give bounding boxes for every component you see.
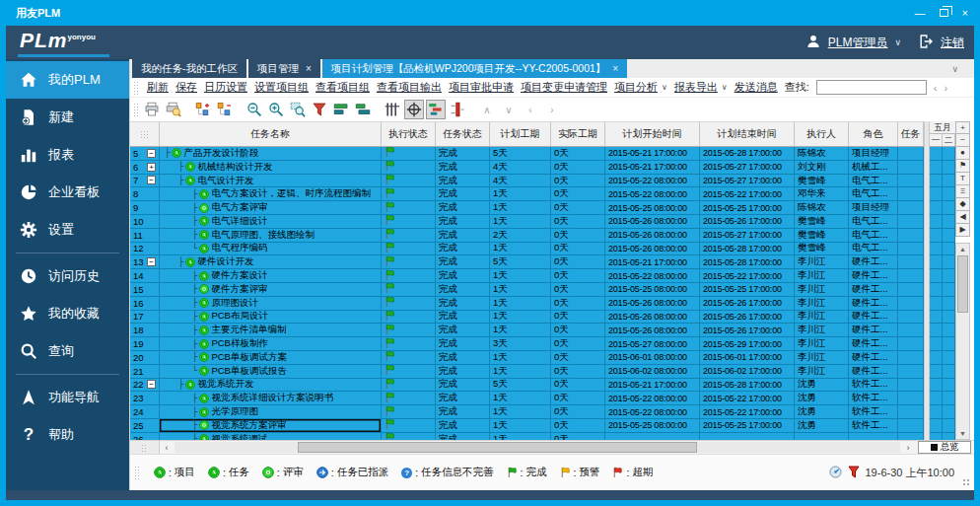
indent-add-button[interactable] [193,100,213,119]
menu-item[interactable]: 项目分析 [614,80,658,95]
user-chevron-icon[interactable]: ∨ [894,37,901,47]
task-name-cell[interactable]: ├PCB布局设计 [160,311,382,324]
gantt-view-button[interactable] [426,100,446,119]
crosshair-button[interactable] [404,100,424,119]
table-row[interactable]: 14├硬件方案设计完成1天0天2015-05-22 08:00:002015-0… [130,269,924,283]
columns-button[interactable] [383,100,402,119]
table-row[interactable]: 10├电气详细设计完成1天0天2015-05-26 08:00:002015-0… [130,215,924,229]
task-name-cell[interactable]: ├电气方案设计，逻辑、时序流程图编制 [160,187,382,200]
right-button[interactable]: › [542,100,562,119]
task-name-cell[interactable]: ├视觉系统详细设计方案说明书 [160,392,382,404]
logout-link[interactable]: 注销 [941,35,964,51]
gantt-tool-button-7[interactable]: ◆ [955,198,970,211]
column-header-actual[interactable]: 实际工期 [551,121,605,147]
user-menu[interactable]: PLM管理员 [828,35,888,51]
up-button[interactable]: ∧ [477,100,497,119]
column-header-person[interactable]: 执行人 [795,121,849,147]
sidebar-item-dashboard[interactable]: 企业看板 [6,174,129,211]
bar-split-button[interactable] [331,100,351,119]
toolbar-grip[interactable] [133,103,138,116]
sidebar-item-my-plm[interactable]: 我的PLM [6,61,129,99]
task-name-cell[interactable]: ├硬件设计开发 [160,255,382,268]
menu-item[interactable]: 保存 [175,80,197,95]
table-row[interactable]: 19├PCB样板制作完成3天0天2015-05-27 08:00:002015-… [130,337,924,351]
find-input[interactable] [816,80,927,95]
table-row[interactable]: 7−├电气设计开发完成4天0天2015-05-22 08:00:002015-0… [130,175,924,188]
gantt-tool-button-6[interactable]: Ξ [955,185,970,198]
task-name-cell[interactable]: ├产品开发设计阶段 [160,147,382,160]
sidebar-item-new[interactable]: 新建 [6,99,129,136]
gantt-tool-button-4[interactable]: ⚑ [955,160,970,173]
bar-merge-button[interactable] [353,100,373,119]
indent-sub-button[interactable] [215,100,235,119]
table-row[interactable]: 6+├机械结构设计开发完成4天0天2015-05-21 17:00:002015… [130,161,924,175]
hscroll-thumb[interactable] [298,442,697,453]
print-button[interactable] [142,100,162,119]
sidebar-item-report[interactable]: 报表 [6,136,129,174]
menu-dropdown-chevron-icon[interactable]: ∨ [662,83,667,92]
table-row[interactable]: 26├视觉系统调试完成1天0天 [130,433,924,440]
task-name-cell[interactable]: ├视觉系统方案评审 [160,419,382,432]
task-name-cell[interactable]: ├PCB样板制作 [160,337,382,350]
task-name-cell[interactable]: ├机械结构设计开发 [160,161,382,174]
table-row[interactable]: 21└PCB单板调试报告完成1天0天2015-06-02 08:00:00201… [130,365,924,379]
collapse-toggle[interactable]: − [147,257,156,266]
sidebar-item-navigation[interactable]: 功能导航 [6,379,129,416]
find-prev-button[interactable]: ‹ [934,82,938,94]
task-name-cell[interactable]: ├原理图设计 [160,297,382,310]
gantt-tool-button-5[interactable]: T [955,173,970,185]
column-header-exec[interactable]: 执行状态 [382,121,436,147]
gantt-tool-button-3[interactable]: ● [955,147,970,160]
table-row[interactable]: 15├硬件方案评审完成1天0天2015-05-25 08:00:002015-0… [130,283,924,297]
task-name-cell[interactable]: ├视觉系统调试 [160,433,382,440]
tab-close-icon[interactable]: × [306,63,312,74]
sidebar-item-history[interactable]: 访问历史 [6,257,129,295]
column-header-role[interactable]: 角色 [849,121,898,147]
table-row[interactable]: 16├原理图设计完成1天0天2015-05-26 08:00:002015-05… [130,297,924,311]
zoom-out-button[interactable] [245,100,264,119]
tab-close-icon[interactable]: × [612,63,618,74]
collapse-toggle[interactable]: − [147,176,156,184]
collapse-toggle[interactable]: − [147,380,156,389]
task-name-cell[interactable]: ├光学原理图 [160,405,382,418]
gantt-tool-button-2[interactable]: − [955,134,970,147]
gantt-tool-button-8[interactable]: ◀ [955,211,970,224]
vscroll-down-arrow[interactable]: ▼ [959,428,966,439]
task-name-cell[interactable]: ├主要元件清单编制 [160,324,382,336]
print-preview-button[interactable] [164,100,183,119]
task-name-cell[interactable]: ├电气设计开发 [160,175,382,187]
table-row[interactable]: 13−├硬件设计开发完成5天0天2015-05-21 17:00:002015-… [130,255,924,269]
logout-icon[interactable] [918,34,934,52]
task-name-cell[interactable]: ├电气原理图、接线图绘制 [160,229,382,242]
vertical-scrollbar[interactable]: ▲▼ [955,243,970,440]
resize-grip[interactable] [962,478,970,486]
task-name-cell[interactable]: └电气程序编码 [160,243,382,255]
sidebar-item-settings[interactable]: 设置 [6,211,129,249]
sidebar-item-favorites[interactable]: 我的收藏 [6,295,129,332]
tab-3[interactable]: 项目计划管理【品检机WPJ200项目开发--YY-C2005-0001】× [322,59,627,78]
menu-item[interactable]: 项目审批申请 [449,80,514,95]
menu-item[interactable]: 查看项目组 [315,80,370,95]
task-name-cell[interactable]: └PCB单板调试报告 [160,365,382,378]
vscroll-thumb[interactable] [957,255,968,313]
hscroll-left-arrow[interactable]: ‹ [160,443,174,453]
column-header-extra[interactable]: 任务 [898,121,924,147]
menu-item[interactable]: 发送消息 [735,80,778,95]
menu-item[interactable]: 日历设置 [204,80,247,95]
column-header-start[interactable]: 计划开始时间 [605,121,700,147]
restore-button[interactable] [940,9,948,17]
table-row[interactable]: 17├PCB布局设计完成1天0天2015-05-26 08:00:002015-… [130,311,924,325]
sidebar-item-help[interactable]: ?帮助 [6,416,129,454]
table-row[interactable]: 8├电气方案设计，逻辑、时序流程图编制完成1天0天2015-05-22 08:0… [130,187,924,201]
menu-item[interactable]: 报表导出 [674,80,718,95]
expand-toggle[interactable]: + [147,163,156,172]
menu-item[interactable]: 刷新 [147,80,169,95]
table-row[interactable]: 24├光学原理图完成1天0天2015-05-22 08:00:002015-05… [130,405,924,419]
menubar-grip[interactable] [133,81,138,95]
hscroll-track[interactable] [175,442,900,453]
task-name-cell[interactable]: ├电气详细设计 [160,215,382,228]
table-row[interactable]: 20├PCB单板调试方案完成1天0天2015-06-01 08:00:00201… [130,351,924,365]
tab-overflow-chevron-icon[interactable]: ∨ [951,64,958,74]
zoom-in-button[interactable] [266,100,286,119]
menu-item[interactable]: 项目变更申请管理 [521,80,607,95]
